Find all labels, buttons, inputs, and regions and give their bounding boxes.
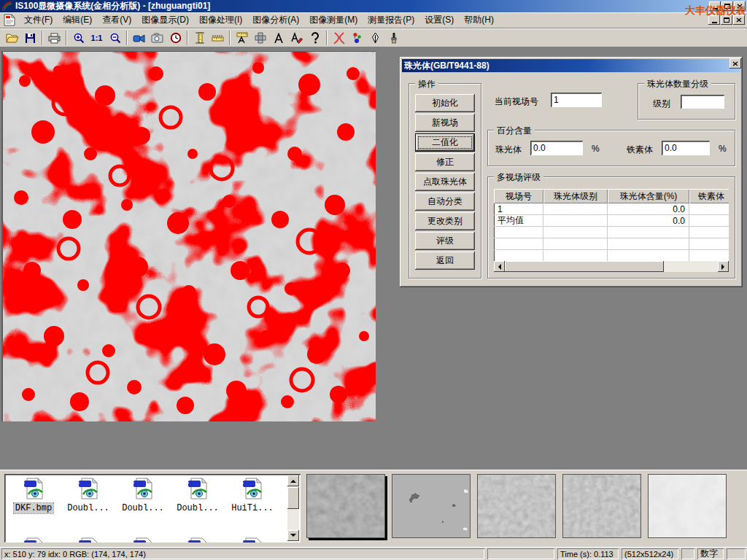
scroll-down-button[interactable] bbox=[287, 530, 299, 541]
thumbnail-2[interactable] bbox=[392, 474, 471, 538]
ruler-button[interactable] bbox=[209, 30, 227, 46]
toolbar-separator bbox=[229, 31, 231, 45]
text-button[interactable] bbox=[269, 30, 287, 46]
file-item[interactable]: Doubl... BMP bbox=[117, 477, 169, 513]
zoom-in-button[interactable] bbox=[69, 30, 88, 46]
table-hscrollbar[interactable] bbox=[494, 261, 729, 272]
menu-item-measure-report[interactable]: 测量报告(P) bbox=[363, 12, 419, 28]
thumbnail-5[interactable] bbox=[648, 474, 727, 538]
file-item[interactable]: BMP bbox=[7, 537, 60, 542]
pick-pearlite-button[interactable]: 点取珠光体 bbox=[415, 173, 475, 191]
menu-item-image-process[interactable]: 图像处理(I) bbox=[194, 12, 247, 28]
file-item[interactable]: BMP bbox=[62, 537, 115, 542]
file-list[interactable]: DKF.bmp BMP Doubl... BMP Doubl... BMP bbox=[4, 474, 301, 542]
annotate-button[interactable] bbox=[287, 30, 306, 46]
grade-button[interactable]: 评级 bbox=[415, 232, 475, 250]
workspace: 珠光体(GB/T9441-88) 操作 初始化 新视场 二值化 修正 点取珠光体… bbox=[0, 47, 747, 470]
file-item[interactable]: BMP bbox=[226, 537, 279, 542]
title-bar: IS100显微摄像系统(金相分析版) - [zhuguangti01] bbox=[0, 0, 747, 12]
menu-item-view[interactable]: 查看(V) bbox=[97, 12, 136, 28]
toolbar-separator bbox=[42, 31, 43, 45]
pen-nib-icon bbox=[371, 32, 379, 44]
thumbnail-1[interactable] bbox=[306, 474, 385, 538]
cell-content: 0.0 bbox=[608, 215, 689, 227]
bmp-badge: BMP bbox=[12, 481, 25, 487]
caliper-button[interactable] bbox=[190, 30, 209, 46]
file-name: DKF.bmp bbox=[14, 503, 53, 513]
brush-button[interactable] bbox=[384, 30, 403, 46]
thumbnail-4[interactable] bbox=[562, 474, 641, 538]
scroll-right-button[interactable] bbox=[718, 261, 729, 272]
scrollbar-thumb[interactable] bbox=[505, 261, 664, 272]
help-icon bbox=[311, 32, 320, 44]
menu-item-image-analysis[interactable]: 图像分析(A) bbox=[247, 12, 304, 28]
save-button[interactable] bbox=[21, 30, 39, 46]
cell-content: 0.0 bbox=[608, 203, 689, 215]
file-item[interactable]: Doubl... BMP bbox=[62, 477, 115, 513]
toolbar: 1:1 bbox=[0, 28, 747, 47]
toolbar-separator bbox=[187, 31, 188, 45]
count-grade-label: 珠光体数量分级 bbox=[644, 78, 711, 90]
scroll-left-button[interactable] bbox=[494, 261, 505, 272]
menu-item-image-display[interactable]: 图像显示(D) bbox=[136, 12, 194, 28]
open-folder-icon bbox=[6, 33, 19, 44]
file-item[interactable]: BMP bbox=[171, 537, 224, 542]
measure-text-button[interactable] bbox=[233, 30, 251, 46]
thumbnail-3[interactable] bbox=[477, 474, 556, 538]
phase-particles-button[interactable] bbox=[348, 30, 366, 46]
file-item[interactable]: DKF.bmp BMP bbox=[7, 477, 60, 513]
init-button[interactable]: 初始化 bbox=[415, 94, 475, 112]
file-list-scrollbar[interactable] bbox=[287, 475, 299, 541]
dialog-close-button[interactable] bbox=[729, 58, 741, 69]
status-spacer bbox=[727, 548, 746, 559]
correct-button[interactable]: 修正 bbox=[415, 153, 475, 171]
print-icon bbox=[48, 33, 61, 44]
menu-item-image-measure[interactable]: 图像测量(M) bbox=[304, 12, 363, 28]
ruler-icon bbox=[212, 34, 224, 42]
pen-button[interactable] bbox=[366, 30, 384, 46]
change-class-button[interactable]: 更改类别 bbox=[415, 212, 475, 230]
video-capture-button[interactable] bbox=[130, 30, 148, 46]
file-item[interactable]: HuiTi... BMP bbox=[226, 477, 279, 513]
scrollbar-thumb[interactable] bbox=[287, 487, 299, 509]
auto-classify-button[interactable]: 自动分类 bbox=[415, 192, 475, 211]
stitch-button[interactable] bbox=[251, 30, 269, 46]
menu-item-file[interactable]: 文件(F) bbox=[19, 12, 58, 28]
print-button[interactable] bbox=[45, 30, 63, 46]
file-name: Doubl... bbox=[66, 503, 111, 513]
bmp-badge: BMP bbox=[176, 540, 189, 542]
grading-table[interactable]: 视场号 珠光体级别 珠光体含量(%) 铁素体 1 0.0 平均值 0.0 bbox=[494, 189, 729, 272]
help-button[interactable] bbox=[306, 30, 324, 46]
pearlite-input[interactable] bbox=[530, 141, 583, 155]
file-item[interactable]: BMP bbox=[117, 537, 169, 542]
micrograph-image[interactable] bbox=[1, 51, 376, 421]
grade-input[interactable] bbox=[681, 95, 724, 109]
vendor-watermark: 大丰仪器仪表 bbox=[685, 4, 746, 18]
table-row: 平均值 0.0 bbox=[494, 215, 729, 227]
menu-item-settings[interactable]: 设置(S) bbox=[419, 12, 459, 28]
file-item[interactable]: Doubl... BMP bbox=[171, 477, 224, 513]
brush-icon bbox=[390, 32, 398, 44]
new-field-button[interactable]: 新视场 bbox=[415, 114, 475, 132]
snapshot-button[interactable] bbox=[148, 30, 166, 46]
binarize-button[interactable]: 二值化 bbox=[415, 133, 475, 152]
particles-icon bbox=[352, 32, 363, 44]
ferrite-input[interactable] bbox=[662, 141, 710, 155]
zoom-out-button[interactable] bbox=[106, 30, 124, 46]
arrow-right-icon bbox=[721, 264, 727, 270]
return-button[interactable]: 返回 bbox=[415, 252, 475, 270]
scroll-up-button[interactable] bbox=[287, 475, 299, 486]
arrow-up-icon bbox=[290, 477, 296, 483]
status-bar: x: 510 y: 79 idx: 0 RGB: (174, 174, 174)… bbox=[0, 547, 747, 560]
actual-size-button[interactable]: 1:1 bbox=[88, 30, 106, 46]
menu-item-help[interactable]: 帮助(H) bbox=[459, 12, 499, 28]
open-button[interactable] bbox=[3, 30, 21, 46]
curve-measure-button[interactable] bbox=[330, 30, 348, 46]
edit-text-icon bbox=[291, 32, 303, 44]
bmp-badge: BMP bbox=[12, 540, 25, 542]
timer-button[interactable] bbox=[166, 30, 185, 46]
camera-icon bbox=[151, 33, 163, 43]
current-field-input[interactable] bbox=[551, 93, 602, 107]
menu-item-edit[interactable]: 编辑(E) bbox=[58, 12, 97, 28]
grade-field-label: 级别 bbox=[653, 98, 670, 110]
